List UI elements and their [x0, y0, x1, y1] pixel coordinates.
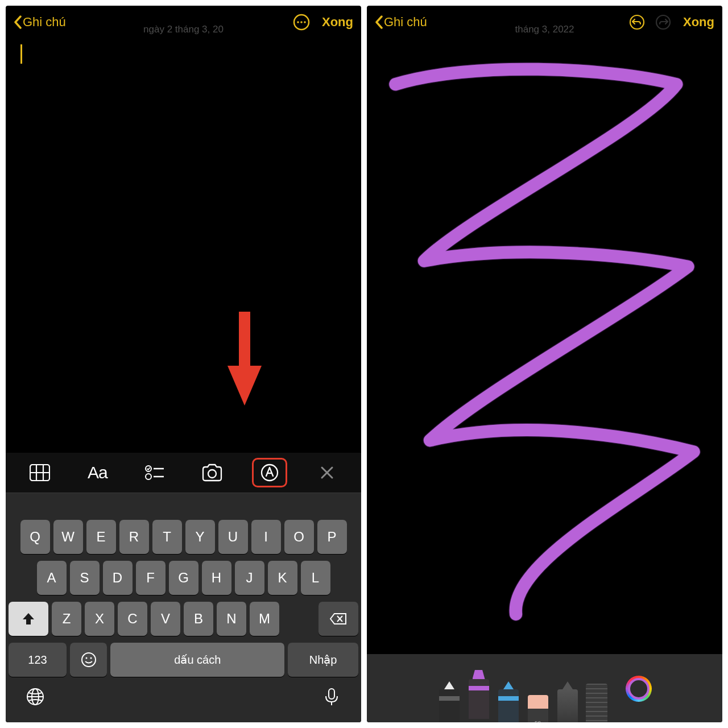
- key-a[interactable]: A: [37, 561, 67, 595]
- key-y[interactable]: Y: [185, 520, 215, 554]
- chevron-left-icon: [14, 15, 22, 29]
- ruler-tool[interactable]: [586, 684, 607, 722]
- key-p[interactable]: P: [317, 520, 347, 554]
- marker-tool[interactable]: [468, 670, 490, 719]
- enter-key[interactable]: Nhập: [288, 643, 358, 677]
- backspace-icon: [330, 613, 347, 625]
- camera-button[interactable]: [195, 458, 230, 487]
- key-w[interactable]: W: [53, 520, 83, 554]
- more-circle-icon[interactable]: [292, 13, 311, 31]
- emoji-key[interactable]: [70, 643, 107, 677]
- suggestion-bar: [6, 493, 361, 515]
- key-k[interactable]: K: [268, 561, 297, 595]
- lasso-tool[interactable]: [556, 681, 579, 722]
- key-s[interactable]: S: [70, 561, 100, 595]
- key-v[interactable]: V: [151, 602, 180, 636]
- eraser-tool[interactable]: 50: [527, 695, 549, 722]
- key-f[interactable]: F: [136, 561, 166, 595]
- key-h[interactable]: H: [202, 561, 231, 595]
- header-left: Ghi chú Xong: [6, 6, 361, 39]
- key-e[interactable]: E: [86, 520, 116, 554]
- left-phone-frame: ngày 2 tháng 3, 20 Ghi chú Xong Aa: [6, 6, 361, 722]
- color-picker-button[interactable]: [626, 676, 652, 702]
- dictation-key[interactable]: [322, 687, 341, 709]
- svg-point-16: [82, 653, 96, 667]
- pen-tool[interactable]: [438, 681, 461, 722]
- eraser-size-label: 50: [535, 721, 541, 722]
- emoji-icon: [81, 652, 97, 668]
- key-l[interactable]: L: [301, 561, 330, 595]
- key-n[interactable]: N: [217, 602, 246, 636]
- svg-point-11: [146, 474, 151, 479]
- drawing-toolbar: 50: [367, 654, 722, 722]
- key-i[interactable]: I: [251, 520, 281, 554]
- key-u[interactable]: U: [218, 520, 248, 554]
- done-button[interactable]: Xong: [322, 15, 353, 30]
- space-key[interactable]: dấu cách: [110, 643, 284, 677]
- note-content-area[interactable]: [6, 39, 361, 453]
- mic-icon: [322, 687, 341, 706]
- text-format-button[interactable]: Aa: [80, 458, 115, 487]
- key-d[interactable]: D: [103, 561, 133, 595]
- numbers-key[interactable]: 123: [9, 643, 67, 677]
- drawing-stroke: [367, 39, 722, 654]
- checklist-button[interactable]: [137, 458, 172, 487]
- text-cursor: [20, 44, 22, 64]
- key-q[interactable]: Q: [20, 520, 50, 554]
- keyboard: QWERTYUIOP ASDFGHJKL ZXCVBNM 123 dấu các…: [6, 515, 361, 722]
- svg-rect-4: [239, 312, 250, 369]
- annotation-arrow-icon: [228, 312, 262, 408]
- header-right: Ghi chú Xong: [367, 6, 722, 39]
- svg-point-18: [90, 657, 92, 659]
- svg-point-13: [208, 470, 216, 478]
- back-label: Ghi chú: [23, 15, 66, 30]
- chevron-left-icon: [375, 15, 383, 29]
- close-toolbar-button[interactable]: [309, 458, 345, 487]
- svg-point-3: [304, 21, 306, 23]
- svg-rect-22: [329, 689, 334, 699]
- key-b[interactable]: B: [184, 602, 213, 636]
- key-r[interactable]: R: [119, 520, 149, 554]
- key-o[interactable]: O: [284, 520, 314, 554]
- format-toolbar: Aa: [6, 453, 361, 493]
- back-button[interactable]: Ghi chú: [14, 15, 66, 30]
- undo-icon[interactable]: [628, 14, 646, 31]
- key-g[interactable]: G: [169, 561, 198, 595]
- markup-button[interactable]: [252, 458, 287, 487]
- globe-key[interactable]: [26, 687, 45, 709]
- backspace-key[interactable]: [318, 602, 358, 636]
- key-j[interactable]: J: [235, 561, 264, 595]
- svg-point-1: [297, 21, 299, 23]
- right-phone-frame: tháng 3, 2022 Ghi chú Xong: [367, 6, 722, 722]
- key-z[interactable]: Z: [52, 602, 81, 636]
- back-button-right[interactable]: Ghi chú: [375, 15, 427, 30]
- svg-point-2: [300, 21, 303, 23]
- globe-icon: [26, 687, 45, 706]
- key-x[interactable]: X: [85, 602, 114, 636]
- key-c[interactable]: C: [118, 602, 147, 636]
- back-label-right: Ghi chú: [384, 15, 427, 30]
- shift-key[interactable]: [9, 602, 48, 636]
- done-button-right[interactable]: Xong: [683, 15, 714, 30]
- drawing-canvas[interactable]: [367, 39, 722, 654]
- table-button[interactable]: [22, 458, 57, 487]
- shift-icon: [22, 612, 35, 626]
- pencil-tool[interactable]: [497, 681, 520, 722]
- key-m[interactable]: M: [250, 602, 279, 636]
- key-t[interactable]: T: [152, 520, 182, 554]
- redo-icon: [655, 14, 672, 31]
- svg-point-17: [85, 657, 87, 659]
